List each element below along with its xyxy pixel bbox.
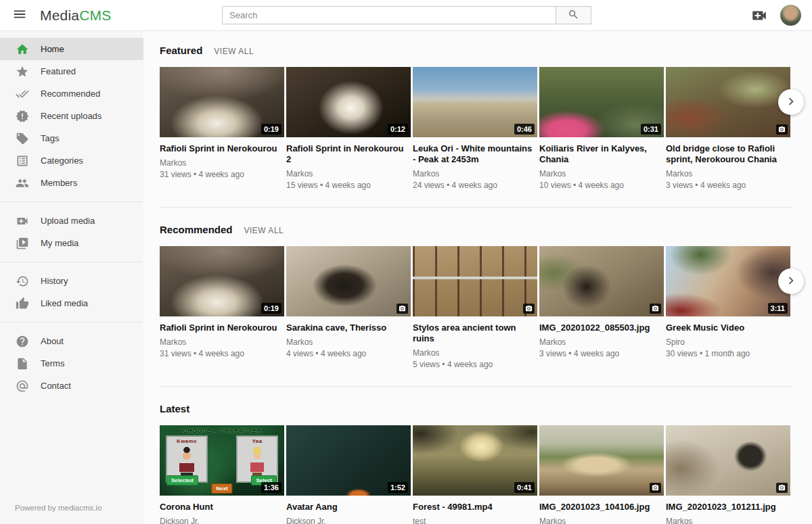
- media-card[interactable]: Old bridge close to Rafioli sprint, Nero…: [666, 67, 790, 196]
- media-card[interactable]: 0:19 Rafioli Sprint in Nerokourou Markos…: [160, 67, 284, 196]
- media-thumbnail[interactable]: 0:12: [286, 67, 411, 137]
- media-card[interactable]: CHOOSE A CHARACTERKwameYaaSelectedNextSe…: [160, 425, 284, 524]
- media-thumbnail[interactable]: [666, 67, 790, 137]
- media-author[interactable]: Markos: [413, 169, 537, 178]
- media-meta: 31 views • 4 weeks ago: [160, 170, 284, 179]
- media-author[interactable]: Dickson Jr.: [160, 517, 284, 524]
- thumb-up-icon: [15, 296, 30, 311]
- media-title[interactable]: Corona Hunt: [160, 502, 280, 513]
- media-author[interactable]: Markos: [539, 337, 664, 347]
- media-thumbnail[interactable]: CHOOSE A CHARACTERKwameYaaSelectedNextSe…: [160, 425, 284, 496]
- media-author[interactable]: Markos: [160, 337, 284, 347]
- media-card[interactable]: 0:31 Koiliaris River in Kalyves, Chania …: [539, 67, 664, 196]
- media-thumbnail[interactable]: [539, 425, 664, 496]
- media-card[interactable]: IMG_20201023_101211.jpg Markos 4 views •…: [666, 425, 790, 524]
- media-card[interactable]: Stylos area ancient town ruins Markos 5 …: [413, 246, 537, 375]
- next-arrow-button[interactable]: [778, 268, 804, 294]
- media-thumbnail[interactable]: 0:31: [539, 67, 664, 137]
- media-thumbnail[interactable]: 0:19: [160, 67, 284, 137]
- search-button[interactable]: [556, 6, 591, 24]
- media-thumbnail[interactable]: 0:46: [413, 67, 537, 137]
- media-card[interactable]: IMG_20201023_104106.jpg Markos 4 views •…: [539, 425, 664, 524]
- top-right-actions: [750, 5, 801, 26]
- sidebar-item-label: Recommended: [41, 89, 100, 99]
- media-thumbnail[interactable]: 0:41: [413, 425, 537, 496]
- sidebar-item-members[interactable]: Members: [0, 172, 143, 194]
- sidebar-item-contact[interactable]: Contact: [0, 375, 143, 397]
- sidebar-item-about[interactable]: About: [0, 330, 143, 352]
- media-thumbnail[interactable]: 3:11: [666, 246, 790, 316]
- sidebar-item-recent-uploads[interactable]: Recent uploads: [0, 105, 143, 127]
- sidebar-item-history[interactable]: History: [0, 270, 143, 292]
- media-title[interactable]: IMG_20201023_101211.jpg: [666, 502, 786, 513]
- media-author[interactable]: Markos: [286, 169, 411, 178]
- media-author[interactable]: Markos: [413, 348, 537, 358]
- history-icon: [15, 274, 30, 289]
- media-title[interactable]: Sarakina cave, Therisso: [286, 323, 407, 333]
- view-all-link[interactable]: VIEW ALL: [244, 226, 284, 235]
- media-card[interactable]: 3:11 Greek Music Video Spiro 30 views • …: [666, 246, 790, 375]
- search-input[interactable]: [222, 6, 556, 24]
- section-header: Recommended VIEW ALL: [160, 224, 812, 235]
- media-author[interactable]: Markos: [160, 158, 284, 168]
- media-thumbnail[interactable]: 0:19: [160, 246, 284, 316]
- media-title[interactable]: Leuka Ori - White mountains - Peak at 24…: [413, 143, 533, 165]
- media-author[interactable]: Markos: [539, 169, 664, 178]
- menu-button[interactable]: [12, 7, 27, 24]
- media-title[interactable]: Rafioli Sprint in Nerokourou: [160, 143, 280, 154]
- media-author[interactable]: Markos: [666, 517, 790, 524]
- media-thumbnail[interactable]: [666, 425, 790, 496]
- section-header: Featured VIEW ALL: [160, 45, 812, 56]
- media-author[interactable]: Markos: [539, 517, 664, 524]
- media-title[interactable]: Greek Music Video: [666, 323, 786, 333]
- media-title[interactable]: Rafioli Sprint in Nerokourou: [160, 323, 280, 333]
- sidebar-item-liked-media[interactable]: Liked media: [0, 292, 143, 314]
- view-all-link[interactable]: VIEW ALL: [214, 47, 254, 56]
- media-card[interactable]: 0:46 Leuka Ori - White mountains - Peak …: [413, 67, 537, 196]
- media-card[interactable]: 0:19 Rafioli Sprint in Nerokourou Markos…: [160, 246, 284, 375]
- sidebar-item-featured[interactable]: Featured: [0, 60, 143, 82]
- media-meta: 31 views • 4 weeks ago: [160, 349, 284, 358]
- sidebar-item-my-media[interactable]: My media: [0, 232, 143, 254]
- media-author[interactable]: Dickson Jr.: [286, 517, 411, 524]
- people-icon: [15, 176, 30, 191]
- sidebar-item-terms[interactable]: Terms: [0, 352, 143, 375]
- sidebar-item-categories[interactable]: Categories: [0, 149, 143, 172]
- media-author[interactable]: Markos: [286, 337, 411, 347]
- user-avatar[interactable]: [780, 5, 801, 26]
- media-title[interactable]: Forest - 49981.mp4: [413, 502, 533, 513]
- upload-media-icon[interactable]: [750, 7, 768, 24]
- media-author[interactable]: Spiro: [666, 337, 790, 347]
- media-title[interactable]: Rafioli Sprint in Nerokourou 2: [286, 143, 407, 165]
- media-title[interactable]: Stylos area ancient town ruins: [413, 323, 533, 344]
- media-card[interactable]: 1:52 Avatar Aang Dickson Jr. 12 views • …: [286, 425, 411, 524]
- section-header: Latest: [160, 403, 812, 414]
- media-meta: 10 views • 4 weeks ago: [539, 181, 664, 190]
- media-author[interactable]: test: [413, 517, 537, 524]
- media-title[interactable]: IMG_20201022_085503.jpg: [539, 323, 660, 333]
- media-card[interactable]: 0:41 Forest - 49981.mp4 test 17 views • …: [413, 425, 537, 524]
- media-author[interactable]: Markos: [666, 169, 790, 178]
- media-title[interactable]: IMG_20201023_104106.jpg: [539, 502, 660, 513]
- sidebar-item-label: Home: [41, 44, 64, 54]
- camera-icon-badge: [523, 304, 535, 314]
- sidebar-item-upload-media[interactable]: Upload media: [0, 210, 143, 232]
- next-arrow-button[interactable]: [778, 89, 804, 115]
- media-card[interactable]: 0:12 Rafioli Sprint in Nerokourou 2 Mark…: [286, 67, 411, 196]
- media-title[interactable]: Avatar Aang: [286, 502, 407, 513]
- mediacms-logo[interactable]: MediaCMS: [40, 7, 111, 24]
- media-title[interactable]: Old bridge close to Rafioli sprint, Nero…: [666, 143, 786, 165]
- sidebar-item-label: History: [41, 276, 68, 286]
- duration-badge: 0:19: [261, 303, 281, 314]
- media-thumbnail[interactable]: [413, 246, 537, 316]
- sidebar-item-home[interactable]: Home: [0, 38, 143, 60]
- media-card[interactable]: Sarakina cave, Therisso Markos 4 views •…: [286, 246, 411, 375]
- media-thumbnail[interactable]: [539, 246, 664, 316]
- section-title: Featured: [160, 45, 202, 56]
- sidebar-item-recommended[interactable]: Recommended: [0, 82, 143, 105]
- sidebar-item-tags[interactable]: Tags: [0, 127, 143, 149]
- media-thumbnail[interactable]: 1:52: [286, 425, 411, 496]
- media-thumbnail[interactable]: [286, 246, 411, 316]
- media-card[interactable]: IMG_20201022_085503.jpg Markos 3 views •…: [539, 246, 664, 375]
- media-title[interactable]: Koiliaris River in Kalyves, Chania: [539, 143, 660, 165]
